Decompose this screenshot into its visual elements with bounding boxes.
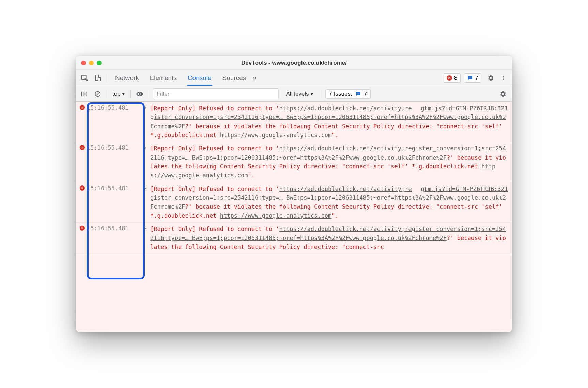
console-output: ✕15:16:55.481▶gtm.js?id=GTM-PZ6TRJB:321[… [76,102,512,332]
toolbar-divider [130,90,131,98]
timestamp: 15:16:55.481 [87,225,144,252]
source-link[interactable]: gtm.js?id=GTM-PZ6TRJB:321 [413,104,508,113]
log-message: [Report Only] Refused to connect to 'htt… [150,144,511,180]
close-window-button[interactable] [81,61,86,65]
window-title: DevTools - www.google.co.uk/chrome/ [76,60,512,66]
svg-point-6 [503,77,504,78]
error-icon: ✕ [77,225,87,252]
svg-point-5 [503,76,504,77]
issues-button[interactable]: 7 Issues: 7 [325,89,371,99]
live-expression-icon[interactable] [135,89,144,99]
inspect-element-icon[interactable] [79,72,90,84]
error-icon: ✕ [447,75,452,81]
clear-console-icon[interactable] [93,89,103,99]
svg-rect-10 [357,93,359,93]
source-link[interactable]: gtm.js?id=GTM-PZ6TRJB:321 [413,184,508,193]
levels-label: All levels [286,91,309,97]
svg-rect-11 [357,94,358,94]
message-icon [355,91,361,97]
more-options-button[interactable] [498,72,509,84]
toolbar-divider [321,90,321,98]
console-toolbar: top ▾ Filter All levels ▾ 7 Issues: 7 [76,86,512,102]
tab-elements[interactable]: Elements [148,70,179,86]
show-console-sidebar-icon[interactable] [79,89,89,99]
disclosure-triangle-icon[interactable]: ▶ [144,184,150,220]
message-icon [467,75,473,81]
error-icon: ✕ [77,184,87,220]
timestamp: 15:16:55.481 [87,144,144,180]
console-row[interactable]: ✕15:16:55.481▶gtm.js?id=GTM-PZ6TRJB:321[… [76,102,512,142]
filter-input[interactable]: Filter [153,88,279,99]
svg-rect-3 [469,77,471,77]
error-icon: ✕ [77,104,87,140]
console-row[interactable]: ✕15:16:55.481▶[Report Only] Refused to c… [76,142,512,182]
console-row[interactable]: ✕15:16:55.481▶gtm.js?id=GTM-PZ6TRJB:321[… [76,182,512,223]
log-message: [Report Only] Refused to connect to 'htt… [150,225,511,252]
more-tabs-button[interactable]: » [249,74,260,81]
minimize-window-button[interactable] [89,61,94,65]
message-count: 7 [475,75,478,81]
context-selector[interactable]: top ▾ [111,90,126,98]
chevron-down-icon: ▾ [310,90,313,97]
console-settings-button[interactable] [497,88,509,100]
filter-placeholder: Filter [157,91,170,97]
devtools-window: DevTools - www.google.co.uk/chrome/ Netw… [76,56,512,332]
panel-tabs: Network Elements Console Sources [113,70,248,86]
device-toolbar-icon[interactable] [92,72,103,84]
disclosure-triangle-icon[interactable]: ▶ [144,104,150,140]
main-toolbar: Network Elements Console Sources » ✕ 8 7 [76,70,512,86]
url-text[interactable]: https://www.google-analytics.com [220,132,332,139]
error-icon: ✕ [77,144,87,180]
context-label: top [112,91,121,97]
svg-rect-4 [469,78,470,78]
timestamp: 15:16:55.481 [87,104,144,140]
disclosure-triangle-icon[interactable]: ▶ [144,225,150,252]
disclosure-triangle-icon[interactable]: ▶ [144,144,150,180]
settings-button[interactable] [485,72,496,84]
log-message: gtm.js?id=GTM-PZ6TRJB:321[Report Only] R… [150,184,511,220]
chevron-down-icon: ▾ [122,90,125,97]
titlebar: DevTools - www.google.co.uk/chrome/ [76,56,512,70]
log-message: gtm.js?id=GTM-PZ6TRJB:321[Report Only] R… [150,104,511,140]
maximize-window-button[interactable] [97,61,102,65]
tab-network[interactable]: Network [113,70,141,86]
tab-console[interactable]: Console [186,70,214,86]
svg-rect-2 [98,77,100,81]
timestamp: 15:16:55.481 [87,184,144,220]
svg-point-7 [503,79,504,80]
window-controls [76,61,102,65]
issues-label: 7 Issues: [329,91,352,97]
url-text[interactable]: https://www.google-analytics.com [220,212,332,219]
issues-count: 7 [364,91,367,97]
toolbar-divider [107,90,107,98]
error-count-badge[interactable]: ✕ 8 [444,73,460,83]
error-count: 8 [454,75,457,81]
console-row[interactable]: ✕15:16:55.481▶[Report Only] Refused to c… [76,223,512,254]
toolbar-divider [149,90,149,98]
log-levels-selector[interactable]: All levels ▾ [283,90,317,98]
message-count-badge[interactable]: 7 [464,73,481,83]
toolbar-divider [107,74,107,82]
tab-sources[interactable]: Sources [220,70,248,86]
